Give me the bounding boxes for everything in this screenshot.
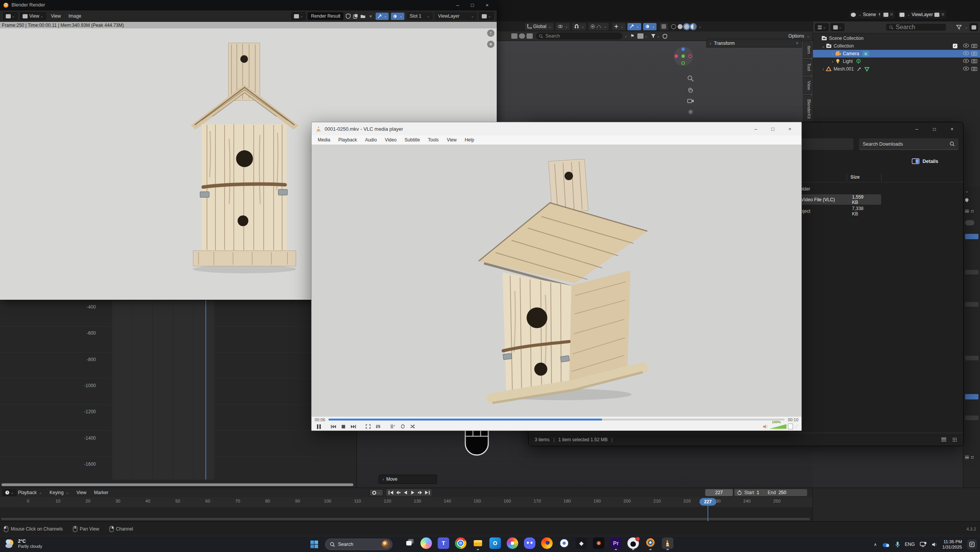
taskbar-app-icon[interactable]: O [489, 537, 501, 549]
taskbar-app-icon[interactable] [420, 537, 432, 549]
menu-item[interactable]: Marker [90, 490, 112, 495]
axis-gizmo[interactable] [674, 47, 693, 66]
properties-row-fragment[interactable] [965, 416, 978, 420]
menu-item[interactable]: Video [385, 137, 396, 143]
proportional-editing-toggle[interactable]: ⌄ [588, 23, 609, 30]
expander-icon[interactable]: › [830, 59, 835, 64]
xray-toggle[interactable] [660, 23, 668, 30]
weather-widget[interactable]: 2°C Partly cloudy [4, 538, 42, 549]
copy-icon[interactable] [883, 13, 888, 17]
pin-icon[interactable]: 🖈 [878, 12, 882, 17]
new-image-icon[interactable] [353, 14, 358, 19]
timeline-track-area[interactable] [0, 507, 813, 522]
exclude-checkbox[interactable]: ✓ [953, 44, 957, 48]
display-channels-dropdown[interactable]: ⌄ [479, 12, 494, 20]
search-highlight-image[interactable] [382, 540, 390, 549]
properties-row-fragment[interactable] [965, 302, 978, 307]
hide-eye-toggle[interactable] [963, 59, 969, 64]
volume-control[interactable]: 100% ⋰ [763, 424, 798, 429]
wireframe-shading-button[interactable] [671, 24, 676, 29]
sidebar-tab[interactable]: Tool [803, 59, 812, 75]
image-overlay-button[interactable]: ↥ [487, 30, 494, 37]
sidebar-tab[interactable]: BlenderKit [803, 95, 812, 123]
taskbar-app-icon[interactable]: T [438, 537, 449, 549]
transform-panel-header[interactable]: › Transform ≡ [706, 39, 802, 48]
play-reverse-button[interactable] [402, 490, 409, 496]
panel-grip-icon[interactable]: ≡ [796, 41, 798, 45]
volume-icon[interactable] [932, 542, 937, 547]
loop-button[interactable] [398, 423, 407, 430]
hide-eye-toggle[interactable] [963, 43, 969, 49]
next-keyframe-button[interactable] [416, 490, 424, 496]
unlink-icon[interactable]: × [368, 13, 373, 19]
render-window-titlebar[interactable]: Blender Render – □ × [0, 0, 497, 10]
properties-row-fragment[interactable] [965, 220, 974, 225]
image-browse-dropdown[interactable]: ⌄ [291, 12, 306, 20]
outliner-row[interactable]: › Mesh.001 ▣ [813, 65, 980, 73]
properties-row-fragment[interactable] [965, 198, 978, 202]
image-overlay-button[interactable]: ✥ [487, 41, 494, 48]
funnel-filter-icon[interactable] [956, 25, 962, 30]
language-indicator[interactable]: ENG [905, 542, 915, 547]
fullscreen-button[interactable] [364, 423, 372, 430]
minimize-button[interactable]: – [908, 123, 926, 136]
outliner-row[interactable]: › Camera ▣ [813, 50, 980, 58]
close-icon[interactable]: × [890, 11, 893, 18]
properties-row-fragment[interactable] [965, 209, 978, 214]
details-view-icon[interactable] [941, 437, 946, 442]
play-button[interactable] [409, 490, 416, 496]
outliner-search-input[interactable]: Search [886, 24, 946, 31]
extended-settings-button[interactable] [374, 423, 382, 430]
menu-item[interactable]: Tools [428, 137, 439, 143]
outliner-row[interactable]: Scene Collection ▣ [813, 34, 980, 42]
solid-shading-button[interactable] [678, 24, 683, 29]
globe-icon[interactable] [519, 33, 525, 39]
properties-row-fragment[interactable] [965, 270, 978, 274]
volume-grip[interactable] [788, 424, 793, 429]
taskbar-app-icon[interactable] [645, 537, 656, 549]
playlist-button[interactable] [388, 423, 397, 430]
snap-target-dropdown[interactable]: ⌄ [556, 23, 570, 30]
jump-to-start-button[interactable] [387, 490, 394, 496]
scene-selector[interactable]: ⌄ Scene 🖈 × [849, 10, 895, 19]
pause-button[interactable] [315, 423, 323, 430]
playhead-badge[interactable]: 227 [699, 498, 716, 506]
open-folder-icon[interactable] [360, 14, 366, 18]
viewlayer-dropdown[interactable]: ViewLayer⌄ [435, 12, 477, 20]
menu-item[interactable]: Playback [338, 137, 357, 143]
outliner-row[interactable]: › Light ▣ [813, 58, 980, 65]
menu-item[interactable]: Audio [365, 137, 377, 143]
filter-icon[interactable] [651, 34, 656, 38]
prev-keyframe-button[interactable] [394, 490, 402, 496]
auto-key-button[interactable]: ⌄ [369, 489, 383, 496]
view-menu[interactable]: View [48, 13, 64, 19]
size-column-header[interactable]: Size [850, 174, 860, 180]
jump-to-end-button[interactable] [424, 490, 431, 496]
last-operator-panel[interactable]: › Move [379, 475, 437, 484]
image-menu[interactable]: Image [66, 13, 84, 19]
taskbar-app-icon[interactable]: ❋ [593, 537, 604, 549]
current-frame-field[interactable]: 227 [705, 489, 733, 496]
slot-dropdown[interactable]: Slot 1⌄ [407, 12, 433, 20]
maximize-button[interactable]: □ [466, 2, 479, 8]
volume-slider[interactable] [770, 424, 786, 429]
taskbar-app-icon[interactable] [541, 537, 553, 549]
options-dropdown[interactable]: Options ⌄ [788, 33, 809, 39]
vlc-video-area[interactable] [312, 145, 801, 417]
disable-render-toggle[interactable] [971, 43, 977, 49]
disable-render-toggle[interactable] [971, 51, 977, 57]
image-name-field[interactable]: Render Result [308, 12, 343, 20]
taskbar-app-icon[interactable] [558, 537, 570, 549]
taskbar-app-icon[interactable]: ◆ [576, 537, 587, 549]
material-shading-button[interactable] [684, 24, 689, 29]
zoom-icon[interactable] [687, 75, 694, 82]
timeline-scrollbar[interactable] [1, 518, 810, 520]
image-mode-dropdown[interactable]: View ⌄ [20, 12, 46, 20]
menu-item[interactable]: Media [318, 137, 330, 143]
previous-button[interactable] [329, 423, 338, 430]
outliner-filter-dropdown[interactable]: ⌄ [831, 23, 845, 31]
taskbar-app-icon[interactable] [403, 537, 415, 549]
timeline-ruler[interactable]: 0102030405060708090100110120130140150160… [0, 497, 813, 507]
gizmo-move-toggle[interactable]: ⌄ [627, 23, 641, 30]
graph-editor[interactable] [0, 300, 357, 488]
